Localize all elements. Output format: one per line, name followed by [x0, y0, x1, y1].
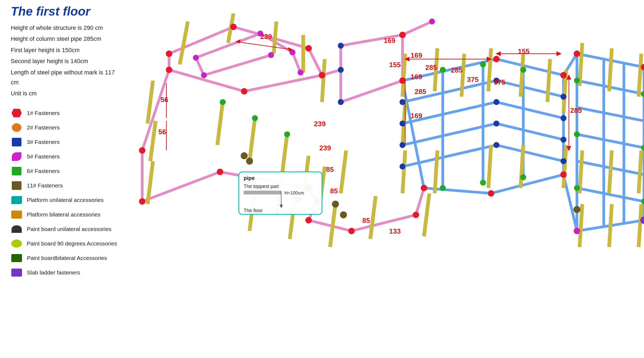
svg-text:85: 85: [330, 187, 338, 195]
svg-point-114: [413, 212, 419, 218]
svg-point-169: [340, 211, 347, 218]
svg-point-148: [574, 228, 580, 234]
legend-icon-pbi: [11, 253, 23, 263]
legend-icon-pb: [11, 210, 23, 219]
svg-point-109: [217, 169, 223, 175]
svg-point-156: [440, 185, 446, 191]
svg-text:pipe: pipe: [244, 175, 255, 181]
legend-icon-sl: [11, 268, 23, 277]
svg-line-92: [639, 150, 641, 193]
svg-point-113: [348, 228, 355, 234]
legend-item-pu: Platform unilateral accessories: [11, 195, 123, 205]
svg-point-104: [319, 72, 325, 78]
svg-line-82: [402, 150, 405, 193]
svg-point-102: [230, 24, 237, 30]
svg-point-154: [480, 62, 486, 67]
svg-point-138: [561, 115, 566, 121]
legend-item-pbi: Paint boardbilateral Accessories: [11, 253, 123, 263]
svg-text:285: 285: [425, 63, 437, 71]
svg-point-142: [201, 72, 207, 78]
legend-label-3: 3# Fasteners: [27, 138, 60, 146]
svg-line-61: [274, 21, 276, 54]
svg-point-108: [139, 198, 145, 205]
svg-text:H=100cm: H=100cm: [284, 190, 304, 196]
svg-text:169: 169: [384, 37, 395, 45]
svg-point-158: [520, 174, 526, 180]
svg-text:133: 133: [389, 227, 401, 235]
svg-line-84: [488, 145, 491, 188]
page-container: The first floor Height of whole structur…: [0, 0, 644, 358]
svg-point-116: [399, 77, 406, 84]
svg-point-141: [193, 55, 199, 61]
diagram-area: 239 56 56 169 169 169 155 155 169 285 28…: [121, 0, 644, 358]
svg-point-103: [305, 45, 312, 52]
legend-icon-2: [11, 123, 23, 132]
svg-point-136: [493, 142, 499, 148]
legend-label-11: 11# Fasteners: [27, 182, 63, 189]
legend-label-5: 5# Fasteners: [27, 153, 60, 160]
legend-label-sl: Slab ladder fasteners: [27, 269, 80, 276]
svg-point-170: [573, 206, 580, 213]
svg-point-161: [574, 185, 580, 191]
info-line1: Height of whole structure is 290 cm: [11, 23, 123, 33]
svg-line-87: [580, 43, 582, 86]
svg-line-79: [547, 59, 550, 102]
svg-point-151: [252, 115, 258, 121]
legend-label-pau: Paint board unilateral accessories: [27, 225, 111, 233]
legend-item-5: 5# Fasteners: [11, 152, 123, 161]
svg-line-95: [639, 204, 641, 247]
svg-point-143: [268, 52, 274, 58]
legend-item-2: 2# Fasteners: [11, 123, 123, 132]
legend-item-6: 6# Fasteners: [11, 166, 123, 176]
svg-point-153: [440, 67, 446, 73]
svg-point-128: [338, 99, 344, 105]
left-panel: The first floor Height of whole structur…: [11, 4, 123, 282]
legend-label-pbi: Paint boardbilateral Accessories: [27, 254, 107, 262]
svg-point-131: [400, 142, 405, 148]
info-line5: Length of steel pipe without mark is 117…: [11, 67, 123, 88]
legend-item-sl: Slab ladder fasteners: [11, 268, 123, 277]
svg-point-126: [338, 43, 344, 49]
svg-point-135: [493, 121, 499, 126]
svg-text:169: 169: [411, 112, 422, 120]
svg-point-118: [560, 72, 567, 78]
legend-item-1: 1# Fasteners: [11, 108, 123, 118]
svg-text:56: 56: [160, 96, 168, 104]
legend-item-p90: Paint board 90 degrees Accessories: [11, 239, 123, 248]
legend-icon-pu: [11, 195, 23, 205]
info-line2: Height of column steel pipe 285cm: [11, 34, 123, 44]
svg-text:285: 285: [415, 88, 426, 96]
svg-point-105: [241, 88, 247, 95]
svg-line-77: [488, 48, 491, 91]
svg-line-78: [521, 54, 523, 97]
legend-item-11: 11# Fasteners: [11, 181, 123, 190]
svg-text:239: 239: [319, 144, 331, 152]
svg-point-159: [574, 78, 580, 84]
svg-point-168: [332, 201, 339, 208]
svg-point-117: [493, 56, 500, 62]
info-line4: Second layer height is 140cm: [11, 56, 123, 66]
info-line3: First layer height is 150cm: [11, 45, 123, 55]
svg-text:85: 85: [362, 216, 370, 225]
svg-text:169: 169: [411, 51, 422, 59]
svg-text:155: 155: [389, 61, 401, 69]
svg-line-94: [609, 204, 612, 247]
svg-point-155: [520, 67, 526, 73]
legend-item-pau: Paint board unilateral accessories: [11, 224, 123, 234]
svg-point-106: [166, 67, 172, 73]
svg-line-90: [580, 150, 582, 193]
svg-line-74: [402, 54, 405, 97]
svg-rect-213: [244, 191, 281, 194]
svg-point-120: [488, 190, 494, 197]
main-diagram: 239 56 56 169 169 169 155 155 169 285 28…: [121, 0, 644, 358]
svg-point-129: [400, 99, 405, 105]
svg-point-152: [284, 131, 290, 137]
svg-point-165: [241, 152, 248, 159]
svg-point-145: [298, 70, 303, 75]
legend-label-pb: Platform bilateral accessories: [27, 211, 100, 218]
svg-point-157: [480, 180, 486, 186]
svg-text:169: 169: [411, 73, 422, 81]
svg-line-88: [609, 48, 612, 91]
svg-line-86: [564, 145, 566, 188]
legend-icon-5: [11, 152, 23, 161]
